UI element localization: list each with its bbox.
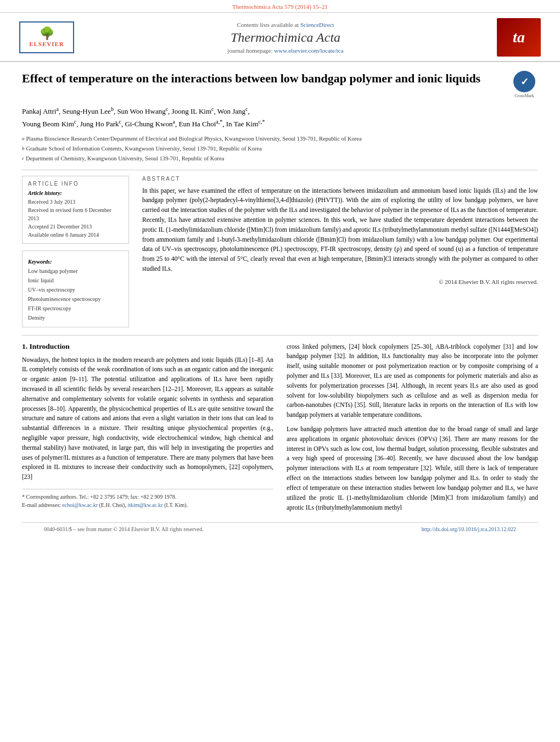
journal-header: 🌳 ELSEVIER Contents lists available at S… <box>0 13 560 62</box>
body-left: 1. Introduction Nowadays, the hottest to… <box>22 342 273 517</box>
crossmark-text: CrossMark <box>514 93 534 98</box>
author-won: Won Jang <box>217 107 245 115</box>
body-divider <box>22 335 538 336</box>
author-intae: In Tae Kim <box>226 120 259 128</box>
copyright-line: © 2014 Elsevier B.V. All rights reserved… <box>142 278 538 285</box>
affil-text-c: Department of Chemistry, Kwangwoon Unive… <box>26 154 224 163</box>
journal-center: Contents lists available at ScienceDirec… <box>77 21 494 54</box>
abstract-title: ABSTRACT <box>142 176 538 182</box>
emails-label: E-mail addresses: <box>22 502 61 508</box>
section1-number: 1. <box>22 342 27 350</box>
page: Thermochimica Acta 579 (2014) 15–21 🌳 EL… <box>0 0 560 742</box>
keyword-2: Ionic liquid <box>28 276 123 285</box>
elsevier-brand: ELSEVIER <box>29 41 64 47</box>
left-col: ARTICLE INFO Article history: Received 3… <box>22 176 129 327</box>
bottom-bar: 0040-6031/$ – see front matter © 2014 El… <box>22 522 538 535</box>
author-young: Young Beom Kim <box>22 120 74 128</box>
affiliations-section: a Plasma Bioscience Research Center/Depa… <box>22 135 538 163</box>
keywords-label: Keywords: <box>28 259 123 265</box>
ta-logo: ta <box>497 18 541 57</box>
author-sup-c4: c <box>74 119 76 125</box>
author-sup-c5: c <box>119 119 121 125</box>
abstract-text: In this paper, we have examined the effe… <box>142 186 538 274</box>
author-jung: Jung Ho Park <box>80 120 119 128</box>
section1-title: Introduction <box>30 342 70 350</box>
history-label: Article history: <box>28 190 123 196</box>
journal-logo-right: ta <box>494 18 544 57</box>
author-joong: Joong IL Kim <box>172 107 211 115</box>
homepage-url[interactable]: www.elsevier.com/locate/tca <box>274 47 343 54</box>
affil-sup-c: c <box>22 154 24 163</box>
email1-name: (E.H. Choi), <box>99 502 126 508</box>
section1-para3: Low bandgap polymers have attracted much… <box>287 425 538 512</box>
elsevier-logo-box: 🌳 ELSEVIER <box>19 21 74 53</box>
author-seung: Seung-Hyun Lee <box>62 107 110 115</box>
available-date: Available online 6 January 2014 <box>28 231 123 239</box>
accepted-date: Accepted 21 December 2013 <box>28 222 123 231</box>
section1-heading: 1. Introduction <box>22 342 273 351</box>
doi-link[interactable]: http://dx.doi.org/10.1016/j.tca.2013.12.… <box>422 526 516 532</box>
journal-homepage: journal homepage: www.elsevier.com/locat… <box>88 47 483 54</box>
right-col: ABSTRACT In this paper, we have examined… <box>142 176 538 327</box>
contents-line: Contents lists available at ScienceDirec… <box>88 21 483 28</box>
crossmark-logo: ✓ CrossMark <box>511 71 538 98</box>
keyword-6: Density <box>28 313 123 322</box>
body-two-col: 1. Introduction Nowadays, the hottest to… <box>22 342 538 517</box>
sciencedirect-link[interactable]: ScienceDirect <box>300 21 334 28</box>
section1-para1: Nowadays, the hottest topics in the mode… <box>22 355 273 483</box>
article-title-section: Effect of temperature on the interaction… <box>22 71 538 98</box>
article-title: Effect of temperature on the interaction… <box>22 71 511 87</box>
crossmark-icon: ✓ <box>513 71 535 92</box>
footnote-section: * Corresponding authors. Tel.: +82 2 379… <box>22 489 273 509</box>
email2-name: (I.T. Kim). <box>164 502 188 508</box>
body-right: cross linked polymers, [24] block copoly… <box>287 342 538 517</box>
elsevier-tree-icon: 🌳 <box>40 27 54 40</box>
received-revised-date: Received in revised form 6 December 2013 <box>28 206 123 222</box>
main-content: Effect of temperature on the interaction… <box>0 62 560 546</box>
author-sup-b: b <box>111 106 114 112</box>
affil-line-b: b Graduate School of Information Content… <box>22 144 538 153</box>
affil-text-b: Graduate School of Information Contents,… <box>26 144 262 153</box>
contents-text: Contents lists available at <box>237 21 299 28</box>
author-sup-c3: c <box>245 106 248 112</box>
author-sup-a: a <box>56 106 58 112</box>
author-eun: Eun Ha Choi <box>178 120 216 128</box>
author-sun: Sun Woo Hwang <box>117 107 165 115</box>
affil-line-c: c Department of Chemistry, Kwangwoon Uni… <box>22 154 538 163</box>
abstract-body: In this paper, we have examined the effe… <box>142 187 538 272</box>
keywords-box: Keywords: Low bandgap polymer Ionic liqu… <box>22 250 129 327</box>
keyword-4: Photoluminescence spectroscopy <box>28 294 123 304</box>
email2-link[interactable]: itkim@kw.ac.kr <box>127 502 163 508</box>
elsevier-logo: 🌳 ELSEVIER <box>16 21 77 53</box>
affil-sup-b: b <box>22 144 25 153</box>
author-sup-c6: c,* <box>259 119 265 125</box>
authors-section: Pankaj Attria, Seung-Hyun Leeb, Sun Woo … <box>22 105 538 130</box>
article-info-box: ARTICLE INFO Article history: Received 3… <box>22 176 129 244</box>
keyword-3: UV–vis spectroscopy <box>28 285 123 294</box>
author-sup-c1: c <box>166 106 168 112</box>
top-bar: Thermochimica Acta 579 (2014) 15–21 <box>0 0 560 13</box>
author-pankaj: Pankaj Attri <box>22 107 56 115</box>
keyword-5: FT-IR spectroscopy <box>28 304 123 313</box>
keyword-1: Low bandgap polymer <box>28 266 123 276</box>
issn-text: 0040-6031/$ – see front matter © 2014 El… <box>44 526 204 532</box>
info-abstract-cols: ARTICLE INFO Article history: Received 3… <box>22 176 538 327</box>
author-sup-a2: a <box>172 119 175 125</box>
affil-text-a: Plasma Bioscience Research Center/Depart… <box>26 135 362 143</box>
footnote-emails: E-mail addresses: echoi@kw.ac.kr (E.H. C… <box>22 501 273 509</box>
section1-para2: cross linked polymers, [24] block copoly… <box>287 342 538 421</box>
author-sup-a3: a,* <box>216 119 222 125</box>
author-gi: Gi-Chung Kwon <box>125 120 172 128</box>
journal-title-header: Thermochimica Acta <box>88 30 483 45</box>
footnote-corresponding: * Corresponding authors. Tel.: +82 2 379… <box>22 493 273 501</box>
author-sup-c2: c <box>211 106 214 112</box>
affil-sup-a: a <box>22 135 25 143</box>
affil-line-a: a Plasma Bioscience Research Center/Depa… <box>22 135 538 143</box>
homepage-text: journal homepage: <box>227 47 272 54</box>
email1-link[interactable]: echoi@kw.ac.kr <box>62 502 98 508</box>
citation-text: Thermochimica Acta 579 (2014) 15–21 <box>232 3 328 10</box>
section-divider-1 <box>22 170 538 170</box>
article-info-title: ARTICLE INFO <box>28 181 123 187</box>
received-date: Received 3 July 2013 <box>28 198 123 206</box>
